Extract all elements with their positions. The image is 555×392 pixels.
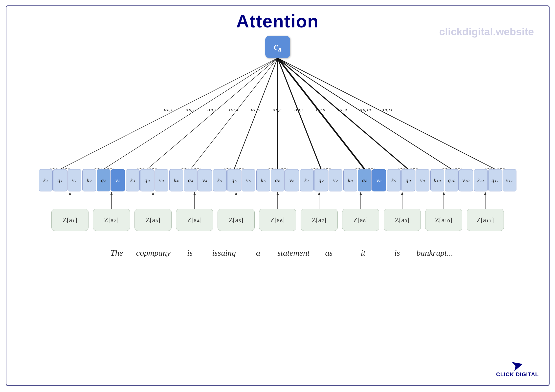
- token-box-2-1: q₂: [97, 169, 111, 191]
- sentence-word-2: copmpany: [136, 248, 171, 258]
- svg-text:α₈,₅: α₈,₅: [251, 106, 260, 112]
- svg-text:α₈,₇: α₈,₇: [294, 106, 304, 112]
- token-box-10-0: k₁₀: [430, 169, 444, 191]
- token-box-3-2: v₃: [155, 169, 168, 191]
- svg-line-2: [147, 58, 278, 169]
- svg-line-0: [60, 58, 278, 169]
- svg-line-7: [278, 58, 365, 169]
- token-box-6-1: q₆: [271, 169, 285, 191]
- svg-marker-161: [235, 192, 237, 195]
- svg-line-4: [234, 58, 278, 169]
- svg-marker-165: [318, 192, 320, 195]
- svg-line-9: [278, 58, 452, 169]
- sentence-word-1: The: [102, 248, 132, 258]
- token-box-5-2: v₅: [242, 169, 255, 191]
- token-box-10-2: v₁₀: [459, 169, 473, 191]
- z-box-11: Z[a₁₁]: [467, 209, 504, 231]
- token-box-9-2: v₉: [416, 169, 429, 191]
- token-box-5-1: q₅: [227, 169, 241, 191]
- token-box-4-2: v₄: [198, 169, 212, 191]
- z-box-6: Z[a₆]: [259, 209, 296, 231]
- token-box-2-0: k₂: [82, 169, 96, 191]
- token-box-6-0: k₆: [256, 169, 270, 191]
- z-box-10: Z[a₁₀]: [425, 209, 462, 231]
- token-group-2: k₂q₂v₂: [82, 169, 125, 191]
- sentence-word-8: it: [348, 248, 378, 258]
- z-box-4: Z[a₄]: [176, 209, 213, 231]
- token-box-1-2: v₁: [67, 169, 81, 191]
- token-box-11-2: v₁₁: [503, 169, 516, 191]
- svg-marker-159: [193, 192, 196, 195]
- token-group-11: k₁₁q₁₁v₁₁: [474, 169, 516, 191]
- z-box-2: Z[a₂]: [93, 209, 130, 231]
- token-box-7-0: k₇: [300, 169, 314, 191]
- svg-text:α₈,₂: α₈,₂: [186, 106, 195, 112]
- svg-marker-173: [484, 192, 487, 195]
- svg-text:α₈,₉: α₈,₉: [338, 106, 347, 112]
- z-box-7: Z[a₇]: [301, 209, 338, 231]
- token-row: k₁q₁v₁k₂q₂v₂k₃q₃v₃k₄q₄v₄k₅q₅v₅k₆q₆v₆k₇q₇…: [11, 169, 544, 191]
- z-box-1: Z[a₁]: [51, 209, 89, 231]
- token-box-6-2: v₆: [285, 169, 299, 191]
- token-box-8-0: k₈: [343, 169, 357, 191]
- token-box-11-1: q₁₁: [488, 169, 502, 191]
- svg-marker-155: [110, 192, 113, 195]
- token-box-1-0: k₁: [39, 169, 53, 191]
- attention-lines-svg: α₈,₁α₈,₂α₈,₃α₈,₄α₈,₅α₈,₆α₈,₇α₈,₈α₈,₉α₈,₁…: [6, 31, 549, 385]
- token-box-10-1: q₁₀: [445, 169, 459, 191]
- sentence-word-4: issuing: [209, 248, 239, 258]
- sentence-word-5: a: [243, 248, 273, 258]
- sentence-word-10: bankrupt...: [416, 248, 453, 258]
- svg-line-1: [104, 58, 278, 169]
- token-box-4-1: q₄: [184, 169, 198, 191]
- token-box-11-0: k₁₁: [474, 169, 488, 191]
- z-box-9: Z[a₉]: [384, 209, 421, 231]
- svg-marker-171: [443, 192, 445, 195]
- svg-text:α₈,₄: α₈,₄: [229, 106, 238, 112]
- token-group-5: k₅q₅v₅: [213, 169, 255, 191]
- svg-text:α₈,₈: α₈,₈: [316, 106, 325, 112]
- svg-line-3: [191, 58, 278, 169]
- svg-line-10: [278, 58, 495, 169]
- svg-marker-153: [69, 192, 71, 195]
- token-box-3-1: q₃: [140, 169, 154, 191]
- c8-node: c8: [265, 36, 290, 58]
- svg-marker-167: [359, 192, 362, 195]
- token-box-8-1: q₈: [358, 169, 372, 191]
- svg-text:α₈,₁₁: α₈,₁₁: [381, 106, 392, 112]
- svg-marker-157: [152, 192, 154, 195]
- z-row: Z[a₁]Z[a₂]Z[a₃]Z[a₄]Z[a₅]Z[a₆]Z[a₇]Z[a₈]…: [11, 209, 544, 231]
- token-group-9: k₉q₉v₉: [387, 169, 429, 191]
- token-group-1: k₁q₁v₁: [39, 169, 81, 191]
- sentence-word-3: is: [175, 248, 205, 258]
- svg-line-8: [278, 58, 408, 169]
- z-box-3: Z[a₃]: [134, 209, 172, 231]
- main-container: Attention clickdigital.website c8 α₈,₁α₈…: [6, 5, 550, 386]
- token-box-1-1: q₁: [53, 169, 67, 191]
- token-box-5-0: k₅: [213, 169, 227, 191]
- svg-text:α₈,₆: α₈,₆: [273, 106, 282, 112]
- sentence-word-6: statement: [277, 248, 310, 258]
- token-box-3-0: k₃: [126, 169, 140, 191]
- token-box-9-1: q₉: [401, 169, 415, 191]
- token-group-8: k₈q₈v₈: [343, 169, 386, 191]
- token-group-7: k₇q₇v₇: [300, 169, 342, 191]
- sentence-word-9: is: [382, 248, 412, 258]
- svg-marker-163: [276, 192, 279, 195]
- diagram-area: c8 α₈,₁α₈,₂α₈,₃α₈,₄α₈,₅α₈,₆α₈,₇α₈,₈α₈,₉α…: [6, 31, 549, 385]
- c8-label: c8: [274, 41, 281, 53]
- z-box-5: Z[a₅]: [218, 209, 255, 231]
- token-group-4: k₄q₄v₄: [169, 169, 212, 191]
- token-group-10: k₁₀q₁₀v₁₀: [430, 169, 473, 191]
- token-box-2-2: v₂: [111, 169, 125, 191]
- sentence-row: Thecopmpanyisissuingastatementasitisbank…: [11, 248, 544, 258]
- svg-marker-169: [401, 192, 403, 195]
- svg-text:α₈,₃: α₈,₃: [207, 106, 216, 112]
- svg-text:α₈,₁₀: α₈,₁₀: [360, 106, 371, 112]
- svg-line-6: [278, 58, 321, 169]
- token-box-7-1: q₇: [314, 169, 328, 191]
- token-group-3: k₃q₃v₃: [126, 169, 168, 191]
- token-box-9-0: k₉: [387, 169, 401, 191]
- sentence-word-7: as: [314, 248, 344, 258]
- token-box-7-2: v₇: [329, 169, 342, 191]
